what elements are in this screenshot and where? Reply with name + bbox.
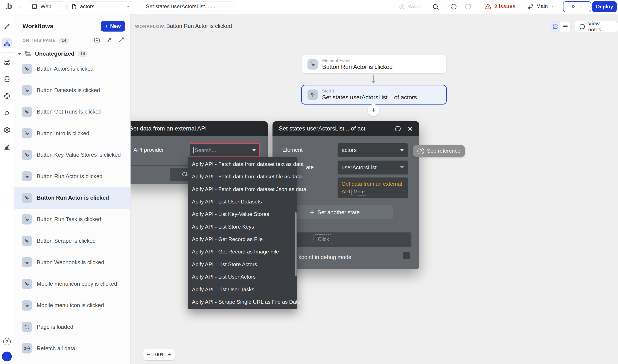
logo-chevron-down-icon[interactable] — [18, 5, 23, 8]
connector-line — [373, 75, 374, 81]
state-value-expression[interactable]: Get data from an external APIMore... — [338, 178, 408, 198]
palette-icon[interactable] — [2, 91, 12, 101]
view-notes-label: View notes — [588, 21, 614, 33]
event-card[interactable]: Element Event Button Run Actor is clicke… — [302, 55, 446, 73]
workflow-list-item[interactable]: Page is loaded — [14, 316, 130, 338]
deploy-button[interactable]: Deploy — [592, 1, 617, 12]
workflow-header-name: Button Run Actor is clicked — [166, 23, 232, 29]
more-button[interactable]: More... — [351, 188, 371, 196]
dialog-header[interactable]: Set states userActorsList... of act — [273, 121, 419, 136]
element-select[interactable]: actors — [338, 143, 408, 157]
custom-state-select[interactable]: userActorsList — [338, 160, 408, 174]
gear-icon[interactable] — [2, 125, 12, 135]
dropdown-option[interactable]: Apify API - Fetch data from dataset file… — [188, 170, 297, 183]
database-icon[interactable] — [2, 74, 12, 84]
workflow-item-icon — [22, 343, 32, 353]
undo-icon[interactable] — [450, 3, 457, 10]
workflow-list-item[interactable]: Button Intro is clicked — [14, 123, 130, 144]
dropdown-option[interactable]: Apify API - Scrape Single URL as File as… — [188, 296, 297, 308]
workflow-item-icon — [22, 128, 32, 138]
workflow-list-item[interactable]: Button Scrape is clicked — [14, 230, 130, 252]
list-view-button[interactable] — [560, 22, 570, 32]
close-icon[interactable] — [407, 126, 413, 132]
workflow-header-label: WORKFLOW: — [135, 24, 166, 29]
dropdown-option[interactable]: Apify API - List User Datasets — [188, 195, 297, 208]
workflow-item-icon — [22, 150, 32, 160]
click-placeholder[interactable]: Click — [314, 234, 333, 244]
zoom-in-button[interactable]: + — [168, 351, 171, 358]
debug-mode-checkbox[interactable] — [403, 252, 410, 259]
folder-row-uncategorized[interactable]: Uncategorized 14 — [18, 51, 88, 57]
zoom-out-button[interactable]: − — [147, 351, 150, 358]
dropdown-option[interactable]: Apify API - List User Tasks — [188, 283, 297, 296]
api-provider-search-input[interactable]: Search... — [190, 143, 260, 157]
debug-mode-label-partial: kpoint in debug mode — [299, 254, 351, 260]
workflow-list-item[interactable]: Mobile menu icon copy is clicked — [14, 273, 130, 295]
chart-icon[interactable] — [2, 142, 12, 152]
caret-down-icon[interactable] — [18, 53, 21, 55]
dialog-header[interactable]: Get data from an external API — [122, 121, 268, 136]
workflow-select[interactable]: Set states userActorsList... ... — [142, 1, 233, 12]
pencil-icon[interactable] — [2, 22, 12, 32]
components-icon[interactable] — [2, 57, 12, 67]
dropdown-option[interactable]: Apify API - Fetch data from dataset text… — [188, 158, 297, 170]
workflow-list-item[interactable]: Button Key-Value Stores is clicked — [14, 144, 130, 166]
section-label: ON THIS PAGE — [23, 38, 56, 43]
cursor-click-icon — [307, 59, 318, 70]
rail-divider — [0, 52, 14, 52]
dropdown-option[interactable]: Apify API - Fetch data from dataset Json… — [188, 183, 297, 195]
branch-select[interactable]: Main — [528, 3, 554, 9]
preview-button[interactable] — [563, 1, 591, 12]
plug-icon[interactable] — [2, 108, 12, 118]
bubble-logo[interactable]: .b — [5, 1, 12, 11]
workflow-list: Button Actors is clicked Button Datasets… — [14, 58, 130, 359]
search-icon[interactable] — [432, 3, 439, 10]
custom-state-value: userActorsList — [342, 164, 400, 171]
chevron-down-icon — [225, 5, 230, 8]
folder-plus-icon[interactable] — [94, 37, 100, 43]
workflow-list-item[interactable]: Button Get Runs is clicked — [14, 101, 130, 123]
workflow-list-item[interactable]: Button Run Task is clicked — [14, 208, 130, 230]
page-select[interactable]: actors — [67, 1, 134, 12]
new-workflow-button[interactable]: + New — [101, 21, 125, 32]
zoom-control: − 100% + — [144, 349, 175, 360]
search-placeholder: Search... — [195, 147, 252, 153]
filter-sliders-icon[interactable] — [106, 37, 113, 43]
step-card-selected[interactable]: Step 1 Set states userActorsList... of a… — [301, 85, 447, 104]
see-reference-label: See reference — [427, 148, 460, 154]
new-workflow-label: New — [110, 23, 121, 29]
expand-icon[interactable] — [118, 37, 124, 43]
dropdown-option[interactable]: Apify API - List Store Actors — [188, 258, 297, 271]
mode-select-value: Web — [40, 3, 55, 9]
dropdown-scrollbar[interactable] — [295, 212, 297, 276]
workflow-list-item[interactable]: Button Datasets is clicked — [14, 80, 130, 101]
dropdown-option[interactable]: Apify API - List Key-Value Stores — [188, 208, 297, 221]
step-number-label: Step 1 — [322, 89, 417, 94]
workflow-list-item[interactable]: Mobile menu icon is clicked — [14, 295, 130, 316]
dropdown-option[interactable]: Apify API - List Store Keys — [188, 221, 297, 233]
issues-indicator[interactable]: 2 issues — [485, 3, 515, 10]
chevron-down-icon — [57, 5, 62, 8]
workflow-item-icon — [22, 300, 32, 311]
dropdown-option[interactable]: Apify API - List User Actors — [188, 271, 297, 283]
workflow-item-icon — [22, 64, 32, 74]
view-notes-button[interactable]: View notes — [575, 21, 618, 32]
workflow-item-label: Button Run Task is clicked — [37, 216, 101, 222]
add-step-button[interactable]: + — [368, 104, 380, 116]
comment-bubble-icon[interactable] — [394, 125, 402, 132]
dropdown-option[interactable]: Apify API - Get Record as File — [188, 233, 297, 246]
workflow-list-item[interactable]: Button Run Actor is clicked — [14, 187, 130, 208]
redo-icon[interactable] — [464, 3, 472, 10]
dropdown-option[interactable]: Apify API - Get Record as Image File — [188, 246, 297, 258]
account-avatar[interactable]: I — [2, 351, 12, 362]
help-icon[interactable]: ? — [2, 337, 12, 347]
workflow-list-item[interactable]: Button Webhooks is clicked — [14, 252, 130, 273]
workflow-list-item[interactable]: Button Run Actor is clicked — [14, 166, 130, 187]
see-reference-button[interactable]: ? See reference — [413, 145, 465, 157]
expression-text: Get data from an external API — [342, 181, 402, 195]
workflow-list-item[interactable]: Button Actors is clicked — [14, 58, 130, 79]
mode-select[interactable]: Web — [28, 1, 66, 12]
card-view-button[interactable] — [550, 22, 560, 32]
sitemap-icon[interactable] — [2, 38, 12, 48]
workflow-list-item[interactable]: Refetch all data — [14, 338, 130, 359]
